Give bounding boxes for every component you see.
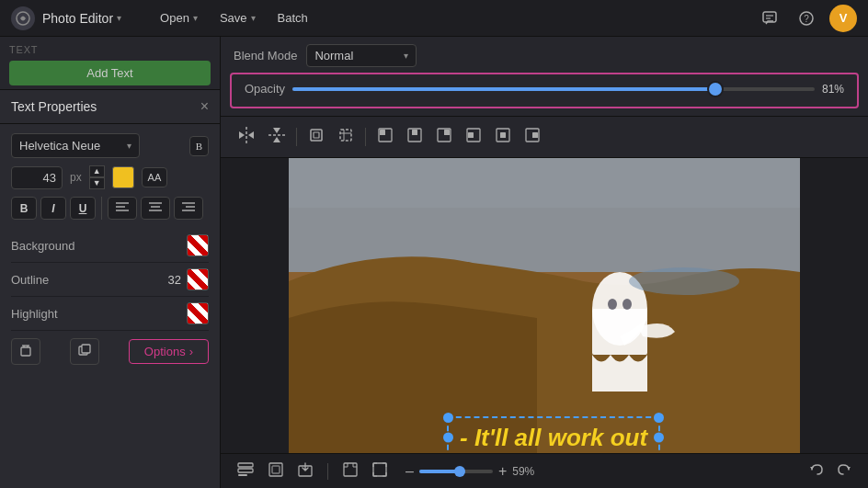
frame-button[interactable] <box>265 459 287 483</box>
export-button[interactable] <box>294 459 316 483</box>
duplicate-text-button[interactable] <box>70 338 99 365</box>
fit-button[interactable] <box>304 123 328 151</box>
slider-thumb[interactable] <box>709 83 722 96</box>
handle-tl[interactable] <box>443 413 453 423</box>
outline-swatch[interactable] <box>187 268 209 290</box>
align-tr-button[interactable] <box>432 123 456 151</box>
props-header: Text Properties × <box>0 90 220 124</box>
zoom-in-button[interactable]: + <box>498 463 507 480</box>
crop-button[interactable] <box>334 123 358 151</box>
blend-mode-label: Blend Mode <box>234 49 297 62</box>
opacity-inner: Opacity 81% <box>245 78 844 99</box>
user-avatar[interactable]: V <box>829 5 857 32</box>
svg-rect-37 <box>444 130 450 135</box>
open-button[interactable]: Open ▾ <box>151 7 207 28</box>
flip-horizontal-button[interactable] <box>234 123 259 151</box>
topbar-nav: Open ▾ Save ▾ Batch <box>151 7 756 28</box>
options-row: Options › <box>11 331 209 365</box>
align-ml-button[interactable] <box>462 123 485 151</box>
svg-rect-20 <box>82 345 90 353</box>
svg-rect-53 <box>238 469 253 472</box>
app-logo[interactable] <box>11 6 35 30</box>
align-right-button[interactable] <box>174 197 203 220</box>
handle-tr[interactable] <box>654 413 664 423</box>
zoom-track[interactable] <box>419 470 493 473</box>
svg-rect-41 <box>500 132 506 138</box>
italic-button[interactable]: I <box>40 197 66 220</box>
text-selection-container[interactable]: - It'll all work out <box>447 416 660 454</box>
format-separator <box>101 197 102 220</box>
svg-marker-23 <box>248 131 254 139</box>
photo-canvas[interactable]: - It'll all work out <box>289 158 800 453</box>
help-button[interactable]: ? <box>793 5 820 32</box>
topbar: Photo Editor ▾ Open ▾ Save ▾ Batch <box>0 0 868 37</box>
align-tc-button[interactable] <box>403 123 427 151</box>
opacity-value: 81% <box>822 83 844 96</box>
size-up-button[interactable]: ▲ <box>89 165 105 177</box>
antialiasing-button[interactable]: B <box>189 136 209 156</box>
canvas-area: Blend Mode Normal ▾ Opacity <box>221 37 868 488</box>
batch-button[interactable]: Batch <box>268 7 317 28</box>
app-title[interactable]: Photo Editor ▾ <box>42 11 121 26</box>
options-button[interactable]: Options › <box>129 339 209 364</box>
flip-vertical-button[interactable] <box>265 122 289 152</box>
zoom-thumb[interactable] <box>454 466 465 477</box>
undo-button[interactable] <box>805 459 828 483</box>
blend-mode-select[interactable]: Normal ▾ <box>306 44 417 67</box>
size-unit: px <box>70 171 82 184</box>
svg-rect-56 <box>272 466 280 473</box>
opacity-slider[interactable] <box>292 87 815 91</box>
transform-sep-2 <box>365 128 366 146</box>
delete-text-button[interactable] <box>11 338 40 365</box>
zoom-value: 59% <box>512 465 545 478</box>
align-left-button[interactable] <box>108 197 137 220</box>
text-section: TEXT Add Text <box>0 37 220 89</box>
fullscreen-button[interactable] <box>369 459 391 483</box>
layers-button[interactable] <box>234 459 257 483</box>
size-down-button[interactable]: ▼ <box>89 177 105 189</box>
font-select[interactable]: Helvetica Neue ▾ <box>11 133 140 158</box>
underline-button[interactable]: U <box>70 197 96 220</box>
bold-button[interactable]: B <box>11 197 37 220</box>
transform-toolbar <box>221 117 868 158</box>
add-text-button[interactable]: Add Text <box>9 61 211 85</box>
close-props-button[interactable]: × <box>200 99 209 114</box>
svg-point-48 <box>608 299 617 310</box>
align-tl-button[interactable] <box>373 123 397 151</box>
align-mr-button[interactable] <box>520 123 544 151</box>
aa-toggle-button[interactable]: AA <box>142 167 168 187</box>
handle-mr[interactable] <box>654 433 664 443</box>
svg-marker-25 <box>273 128 280 133</box>
opacity-section: Opacity 81% <box>230 73 859 108</box>
svg-rect-51 <box>289 158 800 208</box>
svg-rect-58 <box>344 463 357 476</box>
svg-rect-39 <box>468 132 474 138</box>
slider-fill <box>292 87 715 91</box>
canvas-expand-button[interactable] <box>339 459 361 483</box>
background-swatch[interactable] <box>187 234 209 256</box>
svg-rect-27 <box>311 130 322 141</box>
text-color-swatch[interactable] <box>112 166 134 188</box>
opacity-label: Opacity <box>245 82 285 96</box>
svg-rect-59 <box>373 463 386 476</box>
align-mc-button[interactable] <box>491 123 515 151</box>
handle-ml[interactable] <box>443 433 453 443</box>
save-button[interactable]: Save ▾ <box>211 7 265 28</box>
blend-row: Blend Mode Normal ▾ <box>221 37 868 71</box>
bottombar-sep-1 <box>327 463 328 480</box>
svg-rect-54 <box>238 474 247 476</box>
bottombar: – + 59% <box>221 453 868 488</box>
text-selection-box[interactable]: - It'll all work out <box>447 416 660 454</box>
highlight-row: Highlight <box>11 297 209 331</box>
highlight-swatch[interactable] <box>187 302 209 324</box>
left-panel: TEXT Add Text Text Properties × Helvetic… <box>0 37 221 488</box>
svg-rect-35 <box>412 130 417 135</box>
font-size-stepper: ▲ ▼ <box>89 165 105 189</box>
zoom-out-button[interactable]: – <box>405 463 414 480</box>
comment-button[interactable] <box>756 5 783 32</box>
align-center-button[interactable] <box>141 197 170 220</box>
redo-button[interactable] <box>833 459 855 483</box>
svg-point-49 <box>622 299 632 310</box>
font-size-input[interactable] <box>11 166 63 189</box>
slider-track <box>292 87 815 91</box>
